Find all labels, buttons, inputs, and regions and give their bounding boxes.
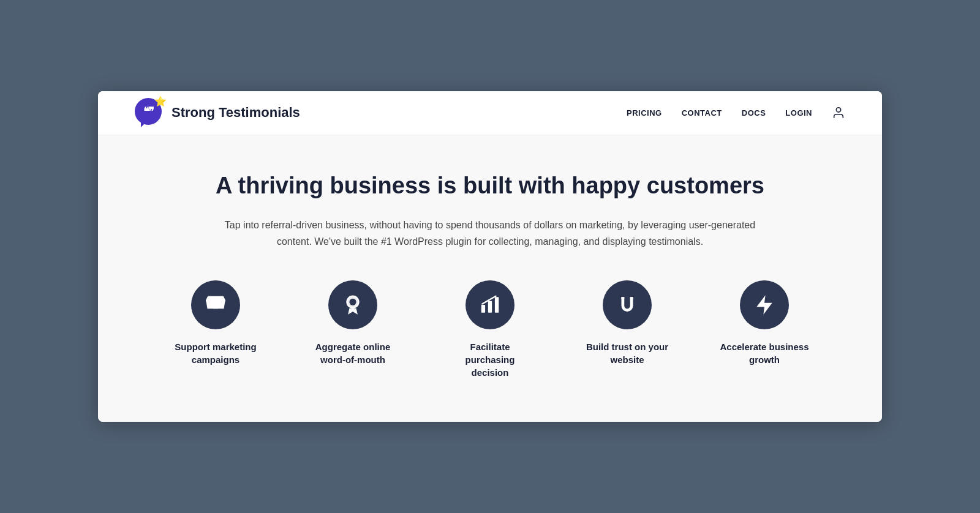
award-icon bbox=[341, 293, 364, 316]
magnet-icon bbox=[616, 293, 639, 316]
feature-accelerate-growth: Accelerate businessgrowth bbox=[696, 280, 833, 366]
svg-rect-10 bbox=[630, 298, 633, 299]
feature-label-aggregate-online: Aggregate onlineword-of-mouth bbox=[315, 340, 391, 366]
chart-icon bbox=[478, 293, 502, 316]
svg-rect-8 bbox=[495, 298, 499, 313]
award-icon-circle bbox=[328, 280, 377, 329]
bolt-icon bbox=[753, 293, 776, 316]
store-icon bbox=[204, 293, 227, 316]
hero-title: A thriving business is built with happy … bbox=[214, 172, 766, 200]
quote-marks-icon: ❝❞ bbox=[143, 106, 153, 117]
feature-label-accelerate-growth: Accelerate businessgrowth bbox=[720, 340, 809, 366]
main-content: A thriving business is built with happy … bbox=[98, 135, 882, 422]
chart-icon-circle bbox=[466, 280, 514, 329]
svg-rect-7 bbox=[488, 301, 492, 313]
logo-area: ❝❞ ⭐ Strong Testimonials bbox=[135, 98, 300, 127]
nav-login[interactable]: LOGIN bbox=[785, 108, 812, 118]
feature-facilitate-purchasing: Facilitatepurchasingdecision bbox=[421, 280, 559, 379]
feature-label-facilitate-purchasing: Facilitatepurchasingdecision bbox=[466, 340, 515, 379]
nav-pricing[interactable]: PRICING bbox=[627, 108, 662, 118]
nav: PRICING CONTACT DOCS LOGIN bbox=[627, 106, 845, 119]
logo-icon: ❝❞ ⭐ bbox=[135, 98, 164, 127]
nav-contact[interactable]: CONTACT bbox=[682, 108, 722, 118]
features-row: Support marketingcampaigns Aggregate onl… bbox=[147, 280, 833, 379]
feature-aggregate-online: Aggregate onlineword-of-mouth bbox=[284, 280, 421, 366]
feature-label-build-trust: Build trust on yourwebsite bbox=[586, 340, 668, 366]
user-icon[interactable] bbox=[832, 106, 845, 119]
nav-docs[interactable]: DOCS bbox=[742, 108, 766, 118]
page-wrapper: ❝❞ ⭐ Strong Testimonials PRICING CONTACT… bbox=[98, 91, 882, 422]
feature-support-marketing: Support marketingcampaigns bbox=[147, 280, 284, 366]
svg-rect-1 bbox=[213, 305, 219, 309]
svg-marker-11 bbox=[756, 296, 772, 315]
bolt-icon-circle bbox=[740, 280, 789, 329]
feature-label-support-marketing: Support marketingcampaigns bbox=[175, 340, 256, 366]
svg-rect-6 bbox=[481, 305, 485, 313]
header: ❝❞ ⭐ Strong Testimonials PRICING CONTACT… bbox=[98, 91, 882, 135]
svg-rect-9 bbox=[622, 298, 625, 299]
svg-point-0 bbox=[836, 108, 840, 112]
feature-build-trust: Build trust on yourwebsite bbox=[559, 280, 696, 366]
store-icon-circle bbox=[191, 280, 240, 329]
star-icon: ⭐ bbox=[154, 95, 167, 107]
logo-text: Strong Testimonials bbox=[172, 105, 300, 121]
svg-point-5 bbox=[349, 299, 356, 305]
hero-description: Tap into referral-driven business, witho… bbox=[214, 217, 766, 250]
magnet-icon-circle bbox=[603, 280, 652, 329]
